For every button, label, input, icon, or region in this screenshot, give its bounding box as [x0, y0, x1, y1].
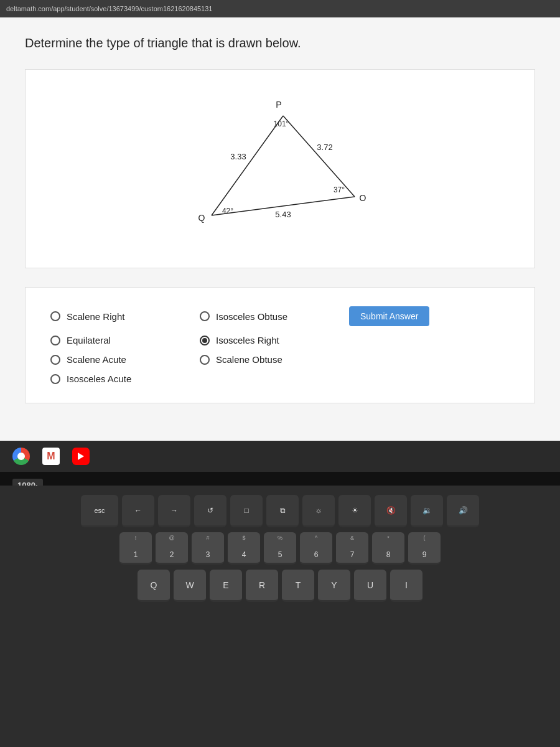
key-5[interactable]: % 5 [264, 532, 296, 565]
key-q[interactable]: q [138, 570, 170, 602]
label-isosceles-acute: Isosceles Acute [67, 374, 131, 384]
radio-isosceles-acute[interactable] [50, 374, 60, 384]
svg-line-0 [212, 116, 283, 215]
key-refresh[interactable]: ↺ [194, 495, 226, 527]
choice-scalene-right[interactable]: Scalene Right [50, 311, 187, 322]
youtube-icon[interactable] [72, 448, 90, 465]
keyboard-row-qwerty: q w e r t y u i [12, 570, 548, 602]
choice-isosceles-right[interactable]: Isosceles Right [200, 335, 337, 345]
key-vol-down[interactable]: 🔉 [411, 495, 443, 527]
key-9[interactable]: ( 9 [408, 532, 441, 565]
choice-isosceles-acute[interactable]: Isosceles Acute [50, 374, 187, 384]
choice-scalene-obtuse[interactable]: Scalene Obtuse [200, 354, 337, 365]
key-8[interactable]: * 8 [372, 532, 404, 565]
key-2[interactable]: @ 2 [156, 532, 188, 565]
key-t[interactable]: t [282, 570, 314, 602]
choices-area: Scalene Right Isosceles Obtuse Submit An… [25, 287, 535, 403]
key-3[interactable]: # 3 [192, 532, 224, 565]
side-PO-label: 3.72 [317, 143, 332, 152]
angle-P-label: 101° [274, 120, 289, 128]
key-window[interactable]: ⧉ [266, 495, 299, 527]
key-y[interactable]: y [318, 570, 350, 602]
radio-isosceles-right[interactable] [200, 336, 210, 345]
key-4[interactable]: $ 4 [228, 532, 260, 565]
choice-scalene-acute[interactable]: Scalene Acute [50, 354, 187, 365]
submit-area: Submit Answer [349, 306, 429, 326]
submit-button[interactable]: Submit Answer [349, 306, 429, 326]
angle-O-label: 37° [334, 186, 345, 194]
browser-url: deltamath.com/app/student/solve/13673499… [6, 5, 212, 12]
vertex-P-label: P [276, 100, 281, 110]
key-brightness-up[interactable]: ☀ [338, 495, 371, 527]
key-1[interactable]: ! 1 [119, 532, 152, 565]
label-scalene-acute: Scalene Acute [67, 354, 126, 365]
vertex-O-label: O [360, 193, 366, 203]
keyboard-row-numbers: ! 1 @ 2 # 3 $ 4 % 5 ^ 6 & 7 * 8 [12, 532, 548, 565]
gmail-icon[interactable]: M [42, 448, 60, 465]
key-e[interactable]: e [210, 570, 242, 602]
chrome-icon[interactable] [12, 448, 30, 465]
svg-line-1 [283, 116, 355, 197]
label-equilateral: Equilateral [67, 335, 111, 345]
triangle-diagram: P Q O 3.33 3.72 5.43 101° 42° 37° [25, 69, 535, 268]
radio-scalene-acute[interactable] [50, 355, 60, 365]
key-w[interactable]: w [174, 570, 206, 602]
key-brightness-down[interactable]: ☼ [302, 495, 335, 527]
label-isosceles-right: Isosceles Right [216, 335, 279, 345]
key-back[interactable]: ← [122, 495, 154, 527]
page-title: Determine the type of triangle that is d… [25, 36, 535, 50]
key-u[interactable]: u [354, 570, 386, 602]
answer-grid: Scalene Right Isosceles Obtuse Submit An… [50, 306, 429, 384]
side-QO-label: 5.43 [275, 210, 291, 219]
radio-scalene-obtuse[interactable] [200, 355, 210, 365]
key-7[interactable]: & 7 [336, 532, 368, 565]
label-scalene-right: Scalene Right [67, 311, 124, 322]
side-PQ-label: 3.33 [230, 152, 246, 161]
choice-isosceles-obtuse[interactable]: Isosceles Obtuse [200, 311, 337, 322]
key-r[interactable]: r [246, 570, 278, 602]
keyboard-area: esc ← → ↺ □ ⧉ ☼ ☀ 🔇 🔉 🔊 ! 1 @ 2 # 3 $ 4 … [0, 486, 560, 747]
choice-equilateral[interactable]: Equilateral [50, 335, 187, 345]
key-esc[interactable]: esc [81, 495, 118, 527]
key-forward[interactable]: → [158, 495, 190, 527]
key-6[interactable]: ^ 6 [300, 532, 332, 565]
radio-isosceles-obtuse[interactable] [200, 311, 210, 321]
label-scalene-obtuse: Scalene Obtuse [216, 354, 282, 365]
radio-scalene-right[interactable] [50, 311, 60, 321]
key-mute[interactable]: 🔇 [375, 495, 407, 527]
browser-content: Determine the type of triangle that is d… [0, 17, 560, 441]
browser-bar: deltamath.com/app/student/solve/13673499… [0, 0, 560, 17]
key-fullscreen[interactable]: □ [230, 495, 263, 527]
key-vol-up[interactable]: 🔊 [447, 495, 479, 527]
angle-Q-label: 42° [222, 207, 233, 215]
keyboard-row-fn: esc ← → ↺ □ ⧉ ☼ ☀ 🔇 🔉 🔊 [12, 495, 548, 527]
radio-equilateral[interactable] [50, 336, 60, 345]
taskbar: M [0, 441, 560, 472]
vertex-Q-label: Q [198, 213, 205, 223]
key-i[interactable]: i [390, 570, 422, 602]
triangle-svg: P Q O 3.33 3.72 5.43 101° 42° 37° [174, 94, 386, 243]
label-isosceles-obtuse: Isosceles Obtuse [216, 311, 287, 322]
